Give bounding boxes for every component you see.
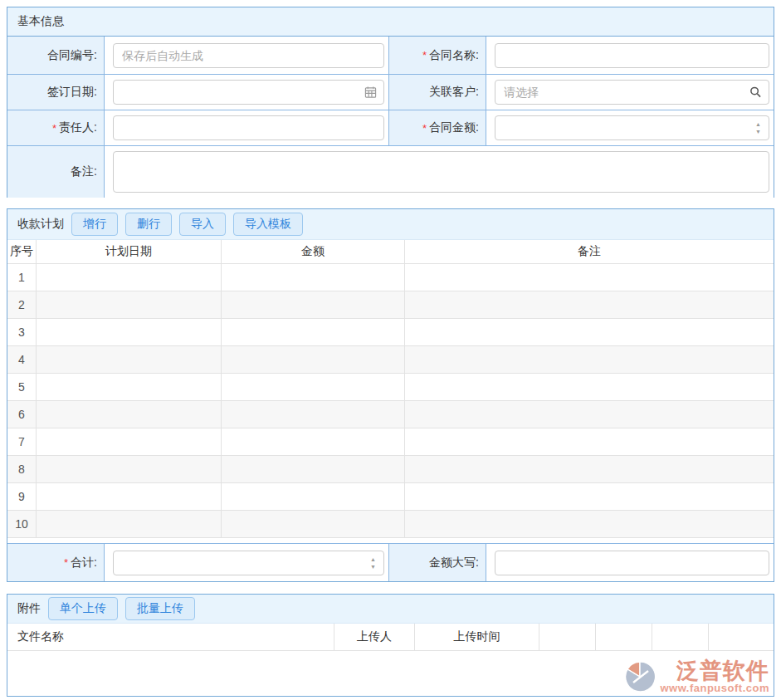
payment-plan-footer: * 合计: ▲ ▼ 金额大写: xyxy=(7,543,774,581)
cell-remark[interactable] xyxy=(405,291,774,318)
cell-plan-date[interactable] xyxy=(37,319,222,345)
cell-amount[interactable] xyxy=(222,346,405,373)
cell-amount[interactable] xyxy=(222,264,405,291)
contract-no-input[interactable] xyxy=(113,43,384,68)
attachment-header-empty-cell xyxy=(539,624,596,650)
fanpu-brand: 泛普软件 xyxy=(676,659,769,683)
contract-name-input[interactable] xyxy=(495,43,769,68)
col-header-index: 序号 xyxy=(7,240,37,263)
required-asterisk: * xyxy=(422,49,427,61)
calendar-icon[interactable] xyxy=(364,86,377,99)
number-spinner[interactable]: ▲ ▼ xyxy=(755,120,761,135)
fanpu-url: www.fanpusoft.com xyxy=(660,683,769,694)
row-index: 7 xyxy=(7,428,37,455)
cell-amount[interactable] xyxy=(222,428,405,455)
contract-name-cell xyxy=(486,37,774,74)
required-asterisk: * xyxy=(52,122,56,135)
row-index: 6 xyxy=(7,401,37,428)
table-row: 5 xyxy=(7,374,774,401)
amount-cell: ▲ ▼ xyxy=(486,110,774,145)
col-header-remark: 备注 xyxy=(405,240,774,263)
attachments-title: 附件 xyxy=(17,601,41,616)
table-row: 10 xyxy=(7,511,774,538)
table-row: 7 xyxy=(7,428,774,456)
import-template-button[interactable]: 导入模板 xyxy=(233,213,303,236)
import-button[interactable]: 导入 xyxy=(179,213,226,236)
cell-remark[interactable] xyxy=(405,319,774,345)
cell-plan-date[interactable] xyxy=(37,483,222,510)
cell-amount[interactable] xyxy=(222,291,405,318)
payment-plan-header: 收款计划 增行 删行 导入 导入模板 xyxy=(7,209,774,240)
row-index: 4 xyxy=(7,346,37,373)
cell-amount[interactable] xyxy=(222,456,405,482)
cell-remark[interactable] xyxy=(405,428,774,455)
row-index: 10 xyxy=(7,511,37,537)
table-row: 6 xyxy=(7,401,774,428)
cell-plan-date[interactable] xyxy=(37,456,222,482)
amount-words-label-text: 金额大写: xyxy=(429,556,479,570)
attachments-section: 附件 单个上传 批量上传 文件名称 上传人 上传时间 泛普软件 www.fanp… xyxy=(7,594,774,697)
cell-remark[interactable] xyxy=(405,264,774,291)
contract-no-label-text: 合同编号: xyxy=(47,48,97,63)
customer-label: 关联客户: xyxy=(389,75,486,110)
sign-date-input[interactable] xyxy=(113,80,384,105)
col-header-upload-time: 上传时间 xyxy=(415,624,539,650)
col-header-file-name: 文件名称 xyxy=(7,624,334,650)
fanpu-logo-icon xyxy=(623,660,657,693)
amount-words-input[interactable] xyxy=(495,551,769,575)
amount-words-cell xyxy=(486,544,774,581)
amount-label: * 合同金额: xyxy=(389,110,486,145)
cell-remark[interactable] xyxy=(405,456,774,482)
cell-plan-date[interactable] xyxy=(37,264,222,291)
col-header-amount: 金额 xyxy=(222,240,405,263)
single-upload-button[interactable]: 单个上传 xyxy=(48,597,118,620)
total-label: * 合计: xyxy=(7,544,105,581)
attachment-header-empty-cell xyxy=(652,624,709,650)
batch-upload-button[interactable]: 批量上传 xyxy=(125,597,195,620)
sign-date-label: 签订日期: xyxy=(7,75,105,110)
delete-row-button[interactable]: 删行 xyxy=(125,213,172,236)
search-icon[interactable] xyxy=(749,86,762,99)
table-row: 1 xyxy=(7,264,774,291)
total-input[interactable] xyxy=(113,551,384,575)
customer-select-input[interactable] xyxy=(495,80,769,105)
row-index: 3 xyxy=(7,319,37,345)
spinner-up-icon[interactable]: ▲ xyxy=(755,120,761,128)
cell-remark[interactable] xyxy=(405,483,774,510)
amount-input[interactable] xyxy=(495,115,769,140)
add-row-button[interactable]: 增行 xyxy=(71,213,118,236)
cell-plan-date[interactable] xyxy=(37,401,222,428)
payment-plan-table: 序号 计划日期 金额 备注 1 2 3 4 xyxy=(7,240,774,538)
cell-plan-date[interactable] xyxy=(37,346,222,373)
attachment-header-empty-cell xyxy=(596,624,652,650)
row-index: 2 xyxy=(7,291,37,318)
cell-plan-date[interactable] xyxy=(37,511,222,537)
attachments-table-header: 文件名称 上传人 上传时间 xyxy=(7,624,774,651)
spinner-down-icon[interactable]: ▼ xyxy=(370,563,376,570)
cell-amount[interactable] xyxy=(222,483,405,510)
table-row: 8 xyxy=(7,456,774,483)
remark-label: 备注: xyxy=(7,146,105,198)
remark-cell xyxy=(105,146,774,198)
spinner-up-icon[interactable]: ▲ xyxy=(370,556,376,563)
table-row: 4 xyxy=(7,346,774,374)
remark-textarea[interactable] xyxy=(113,151,769,193)
cell-remark[interactable] xyxy=(405,346,774,373)
amount-label-text: 合同金额: xyxy=(429,120,479,135)
cell-amount[interactable] xyxy=(222,511,405,537)
cell-remark[interactable] xyxy=(405,511,774,537)
responsible-cell xyxy=(105,110,389,145)
cell-amount[interactable] xyxy=(222,319,405,345)
cell-plan-date[interactable] xyxy=(37,374,222,400)
customer-label-text: 关联客户: xyxy=(429,85,479,100)
cell-amount[interactable] xyxy=(222,374,405,400)
cell-remark[interactable] xyxy=(405,401,774,428)
responsible-input[interactable] xyxy=(113,115,384,140)
cell-remark[interactable] xyxy=(405,374,774,400)
spinner-down-icon[interactable]: ▼ xyxy=(755,128,761,135)
cell-plan-date[interactable] xyxy=(37,291,222,318)
customer-cell xyxy=(486,75,774,110)
number-spinner[interactable]: ▲ ▼ xyxy=(370,556,376,570)
cell-amount[interactable] xyxy=(222,401,405,428)
cell-plan-date[interactable] xyxy=(37,428,222,455)
